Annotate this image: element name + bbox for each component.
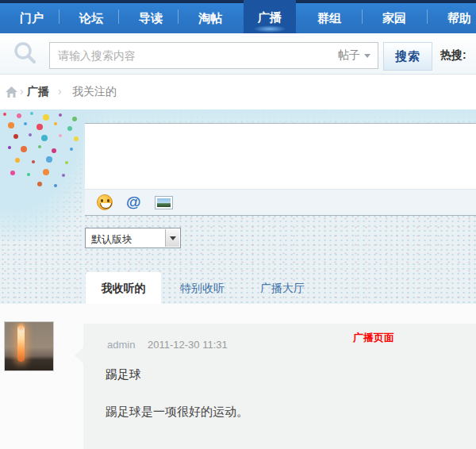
nav-item-broadcast[interactable]: 广播: [244, 0, 296, 33]
nav-item-home[interactable]: 家园: [368, 3, 420, 33]
breadcrumb-my-follows[interactable]: 我关注的: [72, 85, 117, 99]
insert-image-icon[interactable]: [155, 196, 173, 209]
main-nav: 门户 论坛 导读 淘帖 广播 群组 家园 帮助: [0, 3, 476, 33]
hot-search-label: 热搜:: [440, 48, 466, 63]
search-input[interactable]: [50, 49, 338, 62]
post-body: 踢足球是一项很好的运动。: [106, 405, 248, 420]
select-arrow-button[interactable]: [165, 229, 179, 247]
nav-item-group[interactable]: 群组: [303, 3, 355, 33]
board-select-value: 默认版块: [91, 232, 132, 247]
post-bubble: admin 2011-12-30 11:31 广播页面 踢足球 踢足球是一项很好…: [83, 324, 476, 449]
annotation-label: 广播页面: [353, 331, 394, 345]
search-category-dropdown[interactable]: 帖子: [338, 48, 378, 63]
nav-separator: [59, 10, 60, 24]
search-bar: 帖子 搜索 热搜:: [0, 33, 476, 75]
breadcrumb-broadcast[interactable]: 广播: [27, 85, 49, 99]
feed-tabs: 我收听的 特别收听 广播大厅: [0, 272, 476, 304]
nav-item-portal[interactable]: 门户: [6, 3, 58, 33]
home-icon[interactable]: [5, 86, 18, 98]
breadcrumb-separator: ›: [58, 85, 62, 98]
tab-special-follows[interactable]: 特别收听: [180, 282, 225, 296]
nav-item-guide[interactable]: 导读: [125, 3, 177, 33]
breadcrumb-separator: ›: [20, 85, 24, 98]
nav-separator: [118, 10, 119, 24]
broadcast-text-input[interactable]: [85, 124, 476, 190]
tab-my-follows[interactable]: 我收听的: [86, 272, 161, 304]
nav-item-forum[interactable]: 论坛: [65, 3, 117, 33]
at-mention-icon[interactable]: @: [126, 194, 141, 210]
smiley-icon[interactable]: [97, 194, 113, 210]
nav-separator: [178, 10, 178, 24]
search-button[interactable]: 搜索: [383, 42, 432, 71]
composer-toolbar: @: [85, 189, 476, 215]
search-category-label: 帖子: [338, 48, 360, 63]
breadcrumb: › 广播 › 我关注的: [0, 75, 476, 109]
post-author[interactable]: admin: [107, 339, 135, 351]
avatar[interactable]: [4, 321, 54, 371]
feed-list: admin 2011-12-30 11:31 广播页面 踢足球 踢足球是一项很好…: [0, 304, 476, 449]
composer-section: @ 默认版块 我收听的 特别收听 广播大厅: [0, 109, 476, 309]
nav-item-collection[interactable]: 淘帖: [184, 3, 236, 33]
post-timestamp: 2011-12-30 11:31: [148, 339, 228, 351]
search-icon: [12, 40, 39, 67]
broadcast-composer: @: [85, 123, 476, 216]
board-select[interactable]: 默认版块: [85, 228, 181, 248]
nav-separator: [362, 10, 363, 24]
search-box: 帖子: [49, 42, 378, 69]
nav-item-help[interactable]: 帮助: [433, 3, 476, 33]
broadcast-page: 门户 论坛 导读 淘帖 广播 群组 家园 帮助 帖子 搜索 热搜:: [0, 0, 476, 449]
tab-broadcast-hall[interactable]: 广播大厅: [260, 282, 305, 296]
post-title: 踢足球: [106, 367, 141, 382]
chevron-down-icon: [364, 54, 370, 58]
nav-separator: [427, 10, 428, 24]
chevron-down-icon: [170, 236, 176, 240]
confetti-decoration: [3, 113, 6, 116]
